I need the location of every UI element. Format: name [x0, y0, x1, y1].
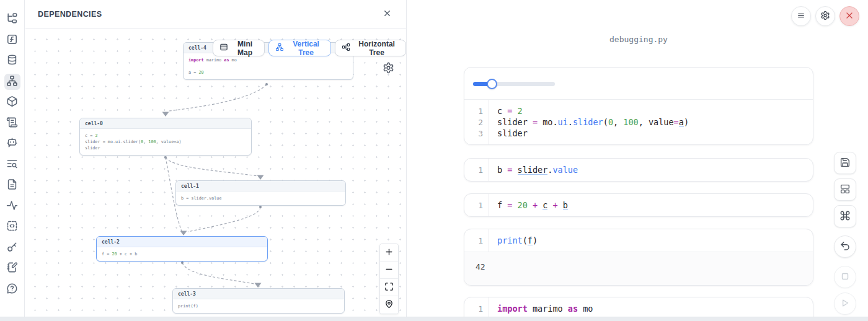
- save-icon: [839, 157, 851, 170]
- function-square-icon: [6, 33, 18, 47]
- sidebar-item-key[interactable]: [4, 240, 20, 256]
- sidebar-item-activity[interactable]: [4, 198, 20, 214]
- notebook-filename: debugging.py: [464, 35, 813, 44]
- notebook-cell-print-cell: 1print(f)42: [464, 229, 813, 286]
- shutdown-button[interactable]: [839, 6, 859, 26]
- sidebar-item-dependency-graph[interactable]: [4, 74, 20, 90]
- cell-console-output: 42: [464, 252, 813, 285]
- vertical-tree-label: Vertical Tree: [288, 40, 324, 57]
- graph-node-code: f = 20 + c + b: [97, 247, 267, 261]
- slider-handle[interactable]: [487, 79, 497, 89]
- line-number: 1: [464, 236, 489, 245]
- key-icon: [6, 241, 18, 255]
- mini-map-button[interactable]: Mini Map: [213, 40, 265, 56]
- sidebar-item-help-chat[interactable]: [4, 281, 20, 297]
- line-number: 1: [464, 165, 489, 175]
- line-number: 1: [464, 304, 489, 314]
- minus-icon: [384, 265, 394, 276]
- sidebar-item-file-text[interactable]: [4, 177, 20, 193]
- horizontal-tree-icon: [342, 43, 350, 53]
- cell-code-editor[interactable]: 1print(f): [464, 229, 813, 252]
- dependency-graph-icon: [6, 75, 18, 89]
- activity-icon: [6, 200, 18, 213]
- layout-icon: [839, 183, 851, 196]
- mini-map-label: Mini Map: [232, 40, 258, 57]
- graph-node-cell-0[interactable]: cell-0c = 2slider = mo.ui.slider(0, 100,…: [79, 118, 252, 156]
- graph-node-title: cell-0: [80, 118, 251, 129]
- file-text-icon: [6, 178, 18, 192]
- gear-icon: [383, 66, 394, 76]
- mini-map-icon: [219, 43, 228, 53]
- code-snippet-icon: [6, 220, 18, 234]
- database-icon: [6, 54, 18, 68]
- cell-code-editor[interactable]: 1b = slider.value: [464, 159, 813, 181]
- code-line: c = 2: [489, 106, 523, 116]
- cell-code-editor[interactable]: 1f = 20 + c + b: [464, 194, 813, 216]
- text-search-icon: [6, 158, 18, 172]
- notebook-side-actions: [834, 152, 856, 319]
- graph-settings-button[interactable]: [381, 62, 395, 76]
- slider-widget[interactable]: [473, 78, 555, 89]
- save-button[interactable]: [834, 152, 856, 174]
- zoom-in-button[interactable]: [380, 244, 398, 262]
- package-box-icon: [6, 95, 18, 109]
- vertical-tree-icon: [275, 43, 284, 53]
- sidebar-item-scroll-text[interactable]: [4, 115, 20, 131]
- menu-button[interactable]: [791, 6, 811, 26]
- sidebar-item-chat-bot[interactable]: [4, 136, 20, 152]
- graph-node-code: b = slider.value: [176, 191, 345, 205]
- zoom-out-button[interactable]: [380, 262, 398, 279]
- graph-node-title: cell-2: [97, 237, 267, 247]
- graph-node-code: c = 2slider = mo.ui.slider(0, 100, value…: [80, 129, 251, 155]
- graph-node-cell-3[interactable]: cell-3print(f): [172, 288, 345, 314]
- notebook-cells: 1c = 22slider = mo.ui.slider(0, 100, val…: [464, 67, 813, 321]
- map-pin-icon: [384, 299, 394, 310]
- sidebar-item-package-box[interactable]: [4, 94, 20, 110]
- stop-button: [834, 266, 856, 288]
- undo-icon: [839, 240, 851, 253]
- notebook-cell-b-cell: 1b = slider.value: [464, 158, 813, 182]
- fit-view-button[interactable]: [380, 279, 398, 296]
- sidebar-item-code-snippet[interactable]: [4, 219, 20, 235]
- x-icon: [844, 11, 854, 22]
- graph-node-cell-1[interactable]: cell-1b = slider.value: [175, 180, 346, 206]
- bottom-edge-strip: [0, 317, 868, 321]
- layout-button[interactable]: [834, 178, 856, 201]
- cell-code-editor[interactable]: 1c = 22slider = mo.ui.slider(0, 100, val…: [464, 100, 813, 144]
- code-line: f = 20 + c + b: [489, 200, 568, 210]
- keyboard-shortcuts-button[interactable]: [834, 205, 856, 227]
- sidebar-item-notebook-pen[interactable]: [4, 260, 20, 276]
- line-number: 1: [464, 107, 489, 116]
- code-line: slider: [489, 128, 528, 138]
- notebook-pen-icon: [6, 262, 18, 275]
- vertical-tree-button[interactable]: Vertical Tree: [268, 40, 331, 56]
- chat-bot-icon: [6, 137, 18, 151]
- graph-node-title: cell-3: [173, 289, 344, 299]
- horizontal-tree-button[interactable]: Horizontal Tree: [335, 40, 406, 56]
- plus-icon: [384, 247, 394, 258]
- line-number: 3: [464, 129, 489, 138]
- gear-icon: [820, 11, 830, 22]
- dependencies-close-button[interactable]: [380, 7, 394, 21]
- menu-icon: [796, 11, 806, 22]
- code-line: import marimo as mo: [489, 304, 593, 314]
- settings-button[interactable]: [815, 6, 835, 26]
- sidebar-item-text-search[interactable]: [4, 157, 20, 173]
- sidebar-item-database[interactable]: [4, 53, 20, 69]
- stop-icon: [839, 271, 851, 284]
- notebook-cell-slider-cell: 1c = 22slider = mo.ui.slider(0, 100, val…: [464, 67, 813, 145]
- sidebar-item-function-square[interactable]: [4, 32, 20, 48]
- sidebar-icon-rail: [0, 0, 25, 317]
- line-number: 2: [464, 118, 489, 127]
- dependency-graph-canvas[interactable]: cell-4import marimo as mo a = 20cell-0c …: [25, 30, 406, 317]
- graph-view-toolbar: Mini Map Vertical Tree Horizontal Tree: [213, 40, 406, 56]
- locate-button[interactable]: [380, 296, 398, 314]
- file-tree-icon: [6, 12, 18, 26]
- code-line: print(f): [489, 235, 538, 245]
- undo-button[interactable]: [834, 235, 856, 258]
- sidebar-item-file-tree[interactable]: [4, 11, 20, 27]
- graph-node-cell-2[interactable]: cell-2f = 20 + c + b: [96, 236, 268, 262]
- graph-zoom-controls: [379, 244, 399, 314]
- run-button: [834, 292, 856, 315]
- cell-output-slider: [464, 68, 813, 100]
